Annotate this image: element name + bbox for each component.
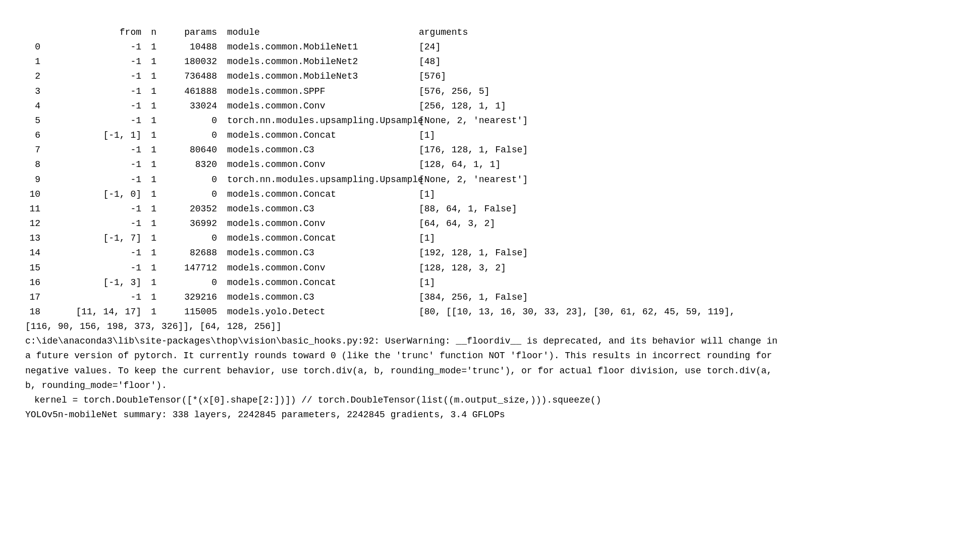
table-header: from n params module arguments <box>25 25 949 40</box>
cell-params: 461888 <box>156 84 217 99</box>
cell-n: 1 <box>141 99 156 114</box>
cell-arguments: [1] <box>419 275 435 290</box>
cell-idx: 8 <box>25 157 40 172</box>
cell-params: 329216 <box>156 290 217 305</box>
cell-n: 1 <box>141 187 156 202</box>
table-row: 1-11180032models.common.MobileNet2[48] <box>25 54 949 69</box>
cell-idx: 14 <box>25 246 40 260</box>
cell-module: models.common.C3 <box>217 143 419 157</box>
header-module: module <box>217 25 419 40</box>
table-row: 9-110torch.nn.modules.upsampling.Upsampl… <box>25 173 949 187</box>
table-row: 11-1120352models.common.C3[88, 64, 1, Fa… <box>25 202 949 216</box>
cell-params: 115005 <box>156 305 217 319</box>
cell-n: 1 <box>141 275 156 290</box>
cell-module: models.common.Conv <box>217 99 419 114</box>
header-arguments: arguments <box>419 25 468 40</box>
cell-module: models.common.SPPF <box>217 84 419 99</box>
cell-module: models.common.Concat <box>217 231 419 246</box>
table-row: 0-1110488models.common.MobileNet1[24] <box>25 40 949 54</box>
cell-from: -1 <box>40 143 141 157</box>
table-row: 18[11, 14, 17]1115005models.yolo.Detect[… <box>25 305 949 319</box>
cell-module: models.common.MobileNet2 <box>217 54 419 69</box>
cell-n: 1 <box>141 305 156 319</box>
warning-line: b, rounding_mode='floor'). <box>25 378 949 393</box>
cell-idx: 12 <box>25 216 40 231</box>
cell-from: -1 <box>40 99 141 114</box>
cell-idx: 10 <box>25 187 40 202</box>
cell-idx: 18 <box>25 305 40 319</box>
cell-idx: 1 <box>25 54 40 69</box>
cell-arguments: [384, 256, 1, False] <box>419 290 528 305</box>
table-row: 13[-1, 7]10models.common.Concat[1] <box>25 231 949 246</box>
cell-from: -1 <box>40 216 141 231</box>
cell-arguments: [None, 2, 'nearest'] <box>419 173 528 187</box>
cell-from: [11, 14, 17] <box>40 305 141 319</box>
cell-arguments: [1] <box>419 128 435 143</box>
cell-idx: 2 <box>25 69 40 84</box>
table-row: 6[-1, 1]10models.common.Concat[1] <box>25 128 949 143</box>
cell-module: models.common.Conv <box>217 216 419 231</box>
model-summary-line: YOLOv5n-mobileNet summary: 338 layers, 2… <box>25 408 949 422</box>
cell-params: 36992 <box>156 216 217 231</box>
cell-arguments: [1] <box>419 187 435 202</box>
cell-idx: 3 <box>25 84 40 99</box>
cell-idx: 4 <box>25 99 40 114</box>
cell-from: -1 <box>40 173 141 187</box>
cell-module: torch.nn.modules.upsampling.Upsample <box>217 114 419 128</box>
cell-n: 1 <box>141 202 156 216</box>
cell-from: -1 <box>40 261 141 275</box>
header-idx <box>25 25 40 40</box>
args-continuation: [116, 90, 156, 198, 373, 326]], [64, 128… <box>25 319 949 334</box>
header-params: params <box>156 25 217 40</box>
warning-block: c:\ide\anaconda3\lib\site-packages\thop\… <box>25 334 949 393</box>
cell-params: 80640 <box>156 143 217 157</box>
cell-arguments: [64, 64, 3, 2] <box>419 216 495 231</box>
cell-idx: 9 <box>25 173 40 187</box>
cell-from: [-1, 1] <box>40 128 141 143</box>
table-row: 17-11329216models.common.C3[384, 256, 1,… <box>25 290 949 305</box>
cell-n: 1 <box>141 157 156 172</box>
table-row: 4-1133024models.common.Conv[256, 128, 1,… <box>25 99 949 114</box>
cell-params: 0 <box>156 187 217 202</box>
cell-arguments: [88, 64, 1, False] <box>419 202 517 216</box>
header-from: from <box>40 25 141 40</box>
cell-idx: 13 <box>25 231 40 246</box>
cell-arguments: [576] <box>419 69 446 84</box>
cell-from: -1 <box>40 246 141 260</box>
cell-params: 20352 <box>156 202 217 216</box>
cell-from: -1 <box>40 54 141 69</box>
cell-module: models.common.MobileNet3 <box>217 69 419 84</box>
warning-line: a future version of pytorch. It currentl… <box>25 349 949 363</box>
cell-idx: 16 <box>25 275 40 290</box>
cell-arguments: [256, 128, 1, 1] <box>419 99 506 114</box>
cell-arguments: [1] <box>419 231 435 246</box>
cell-n: 1 <box>141 261 156 275</box>
cell-module: models.common.C3 <box>217 202 419 216</box>
table-row: 15-11147712models.common.Conv[128, 128, … <box>25 261 949 275</box>
cell-n: 1 <box>141 143 156 157</box>
cell-from: -1 <box>40 69 141 84</box>
cell-module: models.common.MobileNet1 <box>217 40 419 54</box>
cell-from: [-1, 7] <box>40 231 141 246</box>
cell-params: 0 <box>156 231 217 246</box>
cell-arguments: [128, 128, 3, 2] <box>419 261 506 275</box>
model-layers-table: 0-1110488models.common.MobileNet1[24]1-1… <box>25 40 949 319</box>
cell-module: models.common.Concat <box>217 275 419 290</box>
cell-idx: 11 <box>25 202 40 216</box>
cell-params: 147712 <box>156 261 217 275</box>
cell-idx: 5 <box>25 114 40 128</box>
cell-params: 736488 <box>156 69 217 84</box>
cell-idx: 17 <box>25 290 40 305</box>
cell-module: torch.nn.modules.upsampling.Upsample <box>217 173 419 187</box>
cell-n: 1 <box>141 84 156 99</box>
cell-arguments: [192, 128, 1, False] <box>419 246 528 260</box>
cell-params: 180032 <box>156 54 217 69</box>
table-row: 14-1182688models.common.C3[192, 128, 1, … <box>25 246 949 260</box>
cell-params: 0 <box>156 275 217 290</box>
cell-n: 1 <box>141 231 156 246</box>
cell-from: -1 <box>40 157 141 172</box>
cell-from: -1 <box>40 290 141 305</box>
table-row: 2-11736488models.common.MobileNet3[576] <box>25 69 949 84</box>
cell-params: 0 <box>156 128 217 143</box>
cell-arguments: [576, 256, 5] <box>419 84 490 99</box>
